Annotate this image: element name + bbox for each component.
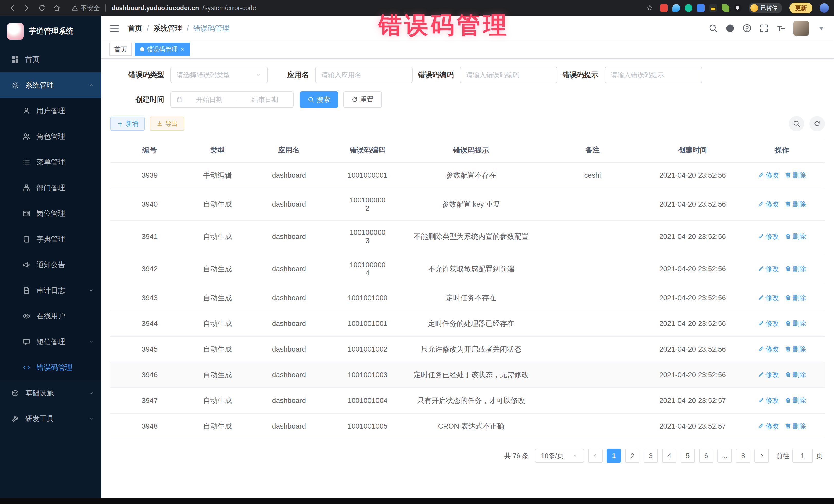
cell-operations: 修改删除 [739,413,825,439]
delete-link[interactable]: 删除 [785,293,806,302]
filter-label-time: 创建时间 [123,95,164,105]
delete-link[interactable]: 删除 [785,200,806,209]
user-avatar[interactable] [793,21,809,36]
next-page-button[interactable] [754,448,769,463]
caret-down-icon[interactable] [817,24,826,32]
sidebar-item-dict[interactable]: 字典管理 [0,226,101,252]
delete-link[interactable]: 删除 [785,345,806,354]
page-button-8[interactable]: 8 [736,448,750,463]
toggle-search-button[interactable] [789,116,804,131]
page-button-5[interactable]: 5 [681,448,695,463]
goto-page-input[interactable] [792,448,813,463]
page-button-1[interactable]: 1 [607,448,621,463]
delete-link[interactable]: 删除 [785,396,806,405]
date-range-picker[interactable]: 开始日期 - 结束日期 [170,91,293,108]
sidebar-item-online[interactable]: 在线用户 [0,303,101,329]
chevron-down-icon [88,390,94,396]
page-button-4[interactable]: 4 [662,448,676,463]
page-size-select[interactable]: 10条/页 [535,448,584,463]
app-name-input[interactable] [321,71,407,79]
tab-0[interactable]: 首页 [109,43,132,56]
extension-icon[interactable] [722,4,729,12]
breadcrumb-item[interactable]: 首页 [128,23,142,33]
paused-badge[interactable]: 已暂停 [749,3,782,13]
sidebar-item-role[interactable]: 角色管理 [0,124,101,149]
edit-link[interactable]: 修改 [758,370,779,379]
chevron-left-icon [593,453,598,459]
sidebar-item-audit[interactable]: 审计日志 [0,278,101,303]
fullscreen-icon[interactable] [760,24,768,32]
delete-link[interactable]: 删除 [785,171,806,180]
sidebar-item-home[interactable]: 首页 [0,47,101,72]
edit-link[interactable]: 修改 [758,171,779,180]
toolbar-right [789,116,825,131]
browser-profile-avatar[interactable] [820,3,829,13]
page-button-6[interactable]: 6 [699,448,714,463]
edit-link[interactable]: 修改 [758,264,779,273]
delete-link[interactable]: 删除 [785,422,806,431]
edit-link[interactable]: 修改 [758,293,779,302]
search-icon[interactable] [709,24,718,32]
sidebar-item-label: 研发工具 [25,414,54,424]
edit-link[interactable]: 修改 [758,319,779,328]
update-button[interactable]: 更新 [789,3,812,13]
delete-link[interactable]: 删除 [785,264,806,273]
error-code-input[interactable] [466,71,551,79]
sidebar-item-user[interactable]: 用户管理 [0,98,101,124]
sidebar-item-notice[interactable]: 通知公告 [0,252,101,278]
reset-button[interactable]: 重置 [343,91,382,108]
delete-link[interactable]: 删除 [785,232,806,241]
export-button[interactable]: 导出 [150,116,184,131]
sidebar-item-devtools[interactable]: 研发工具 [0,406,101,432]
text-size-icon[interactable] [776,24,785,32]
chevron-down-icon [572,453,578,459]
edit-icon [758,423,764,429]
sidebar-item-dept[interactable]: 部门管理 [0,175,101,201]
sidebar-item-errorcode[interactable]: 错误码管理 [0,355,101,380]
extension-icon[interactable] [697,4,705,12]
edit-link[interactable]: 修改 [758,422,779,431]
delete-link[interactable]: 删除 [785,370,806,379]
cell-time: 2021-04-20 23:52:57 [646,413,739,439]
edit-link[interactable]: 修改 [758,232,779,241]
address-bar[interactable]: 不安全 dashboard.yudao.iocoder.cn/system/er… [72,4,653,12]
security-warning[interactable]: 不安全 [72,4,100,12]
extension-icon[interactable] [734,4,742,12]
extension-icon[interactable] [709,4,717,12]
edit-link[interactable]: 修改 [758,200,779,209]
sidebar-item-post[interactable]: 岗位管理 [0,201,101,226]
refresh-table-button[interactable] [809,116,825,131]
tab-active[interactable]: 错误码管理 [135,43,190,56]
add-button[interactable]: 新增 [110,116,145,131]
sidebar-item-infra[interactable]: 基础设施 [0,380,101,406]
prev-page-button[interactable] [588,448,602,463]
edit-link[interactable]: 修改 [758,396,779,405]
address-divider [106,4,106,12]
paused-label: 已暂停 [761,4,777,12]
app-logo[interactable]: 芋道管理系统 [0,16,101,47]
extension-icon[interactable] [685,4,692,12]
error-type-select[interactable]: 请选择错误码类型 [170,67,268,83]
sidebar-item-system[interactable]: 系统管理 [0,72,101,98]
delete-link[interactable]: 删除 [785,319,806,328]
sidebar-item-menu[interactable]: 菜单管理 [0,149,101,175]
back-icon[interactable] [8,4,16,12]
bookmark-star-icon[interactable] [647,5,653,11]
edit-link[interactable]: 修改 [758,345,779,354]
sidebar-item-sms[interactable]: 短信管理 [0,329,101,355]
page-ellipsis-button[interactable]: ... [718,448,732,463]
extension-icon[interactable] [660,4,668,12]
search-button[interactable]: 搜索 [300,91,338,108]
help-icon[interactable] [743,24,751,32]
github-icon[interactable] [726,24,734,32]
hamburger-icon[interactable] [109,23,119,34]
error-hint-input[interactable] [611,71,696,79]
page-button-3[interactable]: 3 [643,448,658,463]
page-button-2[interactable]: 2 [625,448,639,463]
forward-icon[interactable] [23,4,31,12]
home-icon[interactable] [53,4,61,12]
reload-icon[interactable] [38,4,46,12]
edit-label: 修改 [766,319,779,328]
breadcrumb-item[interactable]: 系统管理 [153,23,182,33]
extension-icon[interactable] [672,4,680,12]
